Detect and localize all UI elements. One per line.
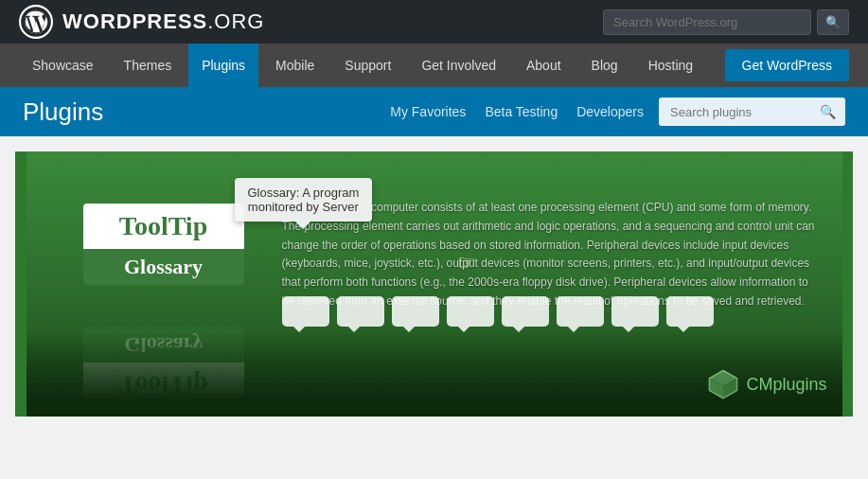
plugins-nav-developers[interactable]: Developers [576,104,644,119]
hero-banner: Conventionally, a computer consists of a… [15,151,853,417]
top-search-area: 🔍 [603,9,849,35]
main-navigation: Showcase Themes Plugins Mobile Support G… [0,44,868,87]
plugins-bar: Plugins My Favorites Beta Testing Develo… [0,87,868,136]
tooltip-title: ToolTip [83,204,244,249]
top-bar: WordPress.org 🔍 [0,0,868,44]
plugins-nav-beta-testing[interactable]: Beta Testing [485,104,558,119]
logo-area: WordPress.org [19,5,264,39]
nav-item-plugins[interactable]: Plugins [188,44,258,87]
nav-item-support[interactable]: Support [331,44,404,87]
plugins-search-button[interactable]: 🔍 [810,98,845,126]
tooltip-plugin-logo: ToolTip Glossary [83,204,244,285]
small-bubble-3 [392,296,439,327]
hero-wrapper: Conventionally, a computer consists of a… [0,151,868,417]
small-bubble-8 [666,296,714,327]
nav-item-mobile[interactable]: Mobile [262,44,328,87]
top-search-button[interactable]: 🔍 [817,9,849,35]
site-logo-text: WordPress.org [62,9,264,34]
small-bubble-5 [502,296,549,327]
nav-item-showcase[interactable]: Showcase [19,44,107,87]
hero-inner: Conventionally, a computer consists of a… [27,151,842,417]
plugins-navigation: My Favorites Beta Testing Developers [390,104,644,119]
nav-item-hosting[interactable]: Hosting [635,44,706,87]
cm-plugins-text: CMplugins [746,375,826,395]
plugins-search-form: 🔍 [659,98,845,126]
nav-item-blog[interactable]: Blog [578,44,631,87]
tooltip-subtitle: Glossary [83,249,244,285]
cm-cube-icon [706,367,740,401]
small-bubble-6 [557,296,604,327]
nav-item-about[interactable]: About [513,44,575,87]
small-bubble-2 [337,296,384,327]
speech-bubble-tooltip: Glossary: A program monitored by Server [235,178,373,222]
nav-item-get-involved[interactable]: Get Involved [408,44,509,87]
cursor-icon: ☞ [457,251,476,275]
top-search-input[interactable] [603,9,811,35]
small-bubble-1 [282,296,329,327]
cm-plugins-logo: CMplugins [706,367,826,401]
small-bubbles-row [282,296,824,327]
small-bubble-7 [611,296,659,327]
small-bubble-4 [447,296,494,327]
nav-item-themes[interactable]: Themes [111,44,186,87]
plugins-page-title: Plugins [23,98,103,127]
plugins-nav-my-favorites[interactable]: My Favorites [390,104,466,119]
get-wordpress-button[interactable]: Get WordPress [725,49,849,81]
plugins-search-input[interactable] [659,98,810,126]
wordpress-logo-icon [19,5,53,39]
